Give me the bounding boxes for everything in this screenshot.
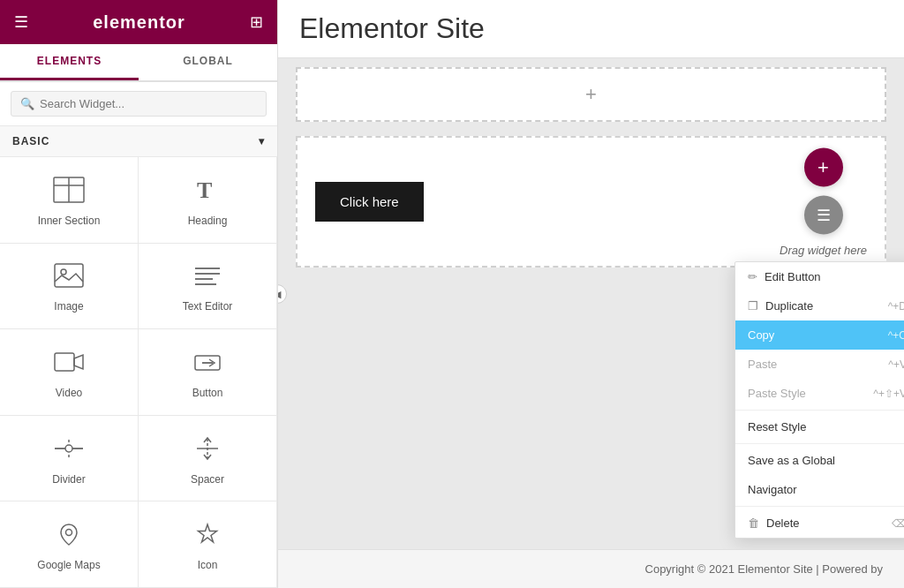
- menu-delete-label: Delete: [766, 516, 800, 530]
- widget-heading-label: Heading: [188, 215, 228, 227]
- widget-icon[interactable]: Icon: [139, 501, 277, 588]
- tab-elements[interactable]: ELEMENTS: [0, 44, 139, 80]
- menu-duplicate-shortcut: ^+D: [888, 300, 904, 313]
- menu-navigator-label: Navigator: [748, 483, 797, 496]
- menu-paste-style-label: Paste Style: [748, 387, 806, 400]
- google-maps-icon: [53, 521, 85, 552]
- search-icon: 🔍: [20, 97, 34, 110]
- button-icon: [192, 349, 223, 380]
- widget-image-label: Image: [54, 300, 83, 313]
- menu-item-navigator[interactable]: Navigator: [735, 475, 904, 504]
- svg-rect-4: [55, 264, 83, 287]
- menu-paste-style-shortcut: ^+⇧+V: [873, 388, 904, 400]
- menu-save-global-label: Save as a Global: [748, 454, 835, 467]
- menu-item-paste-style[interactable]: Paste Style ^+⇧+V: [735, 379, 904, 408]
- sidebar-logo: elementor: [93, 12, 185, 33]
- main-content: Elementor Site + Click here ✏ Edit Butto…: [278, 0, 904, 588]
- context-menu: ✏ Edit Button ❐ Duplicate ^+D Copy ^+C: [734, 261, 904, 539]
- plus-fab-icon: +: [817, 155, 829, 178]
- search-input[interactable]: [40, 97, 257, 110]
- svg-text:T: T: [197, 177, 212, 203]
- spacer-icon: [192, 435, 223, 466]
- nav-fab-icon: ☰: [817, 205, 831, 224]
- widget-spacer-label: Spacer: [191, 473, 224, 486]
- widget-google-maps[interactable]: Google Maps: [0, 501, 139, 588]
- widget-video[interactable]: Video: [0, 329, 139, 416]
- icon-widget-icon: [192, 521, 223, 552]
- widget-button-label: Button: [192, 387, 223, 399]
- footer-text: Copyright © 2021 Elementor Site | Powere…: [645, 562, 883, 576]
- menu-item-paste[interactable]: Paste ^+V: [735, 350, 904, 379]
- search-bar: 🔍: [0, 82, 277, 126]
- widget-inner-section[interactable]: Inner Section: [0, 157, 139, 244]
- menu-paste-label: Paste: [748, 358, 777, 371]
- trash-icon: 🗑: [748, 516, 759, 530]
- inner-section-icon: [53, 177, 85, 207]
- chevron-down-icon[interactable]: ▾: [259, 135, 265, 147]
- widget-inner-section-label: Inner Section: [38, 215, 101, 227]
- menu-reset-style-label: Reset Style: [748, 420, 806, 433]
- menu-item-copy[interactable]: Copy ^+C: [735, 320, 904, 350]
- page-title: Elementor Site: [299, 12, 883, 45]
- menu-divider-2: [735, 443, 904, 444]
- fab-nav-button[interactable]: ☰: [804, 195, 843, 234]
- widget-image[interactable]: Image: [0, 244, 139, 330]
- hamburger-icon[interactable]: ☰: [14, 12, 28, 32]
- widget-text-editor-label: Text Editor: [183, 300, 233, 313]
- divider-icon: [53, 435, 85, 466]
- image-icon: [53, 262, 85, 293]
- menu-item-reset-style[interactable]: Reset Style: [735, 412, 904, 441]
- svg-point-5: [61, 269, 66, 275]
- duplicate-icon: ❐: [748, 299, 758, 313]
- tab-global[interactable]: GLOBAL: [139, 44, 277, 80]
- menu-divider-3: [735, 506, 904, 507]
- text-editor-icon: [192, 262, 223, 293]
- widget-icon-label: Icon: [198, 559, 218, 571]
- canvas-area: + Click here ✏ Edit Button ❐ Duplicate: [278, 58, 904, 549]
- footer-bar: Copyright © 2021 Elementor Site | Powere…: [278, 549, 904, 588]
- drag-area: + ☰ Drag widget here: [780, 147, 867, 256]
- section-basic-header: BASIC ▾: [0, 126, 277, 157]
- add-row-button[interactable]: +: [296, 67, 886, 122]
- menu-item-duplicate[interactable]: ❐ Duplicate ^+D: [735, 291, 904, 320]
- drag-widget-label: Drag widget here: [780, 243, 867, 256]
- heading-icon: T: [192, 177, 223, 207]
- click-here-button[interactable]: Click here: [315, 182, 424, 222]
- svg-rect-10: [55, 353, 74, 371]
- menu-edit-label: Edit Button: [765, 270, 821, 283]
- widget-divider-label: Divider: [52, 473, 85, 486]
- menu-item-edit-button[interactable]: ✏ Edit Button: [735, 262, 904, 291]
- menu-item-delete[interactable]: 🗑 Delete ⌫: [735, 509, 904, 538]
- sidebar-header: ☰ elementor ⊞: [0, 0, 277, 44]
- svg-point-15: [65, 445, 72, 452]
- widget-video-label: Video: [56, 387, 82, 399]
- canvas-row: Click here ✏ Edit Button ❐ Duplicate ^+D: [296, 136, 886, 268]
- menu-copy-shortcut: ^+C: [888, 329, 904, 342]
- widget-heading[interactable]: T Heading: [139, 157, 277, 244]
- menu-item-save-as-global[interactable]: Save as a Global: [735, 446, 904, 475]
- widget-text-editor[interactable]: Text Editor: [139, 244, 277, 330]
- sidebar: ☰ elementor ⊞ ELEMENTS GLOBAL 🔍 BASIC ▾: [0, 0, 278, 588]
- video-icon: [53, 349, 85, 380]
- sidebar-tabs: ELEMENTS GLOBAL: [0, 44, 277, 82]
- plus-icon: +: [585, 83, 597, 106]
- section-basic-label: BASIC: [12, 135, 49, 147]
- widget-spacer[interactable]: Spacer: [139, 416, 277, 502]
- svg-point-20: [66, 530, 72, 536]
- menu-paste-shortcut: ^+V: [888, 358, 904, 371]
- widgets-grid: Inner Section T Heading Image: [0, 157, 277, 588]
- menu-copy-label: Copy: [748, 328, 774, 342]
- main-top-bar: Elementor Site: [278, 0, 904, 58]
- fab-add-button[interactable]: +: [804, 147, 843, 186]
- edit-icon: ✏: [748, 270, 757, 283]
- menu-divider-1: [735, 410, 904, 411]
- search-input-wrap: 🔍: [11, 91, 267, 117]
- widget-button[interactable]: Button: [139, 329, 277, 416]
- menu-duplicate-label: Duplicate: [765, 299, 813, 313]
- menu-delete-shortcut: ⌫: [892, 517, 904, 530]
- collapse-icon: ◀: [278, 289, 281, 300]
- widget-divider[interactable]: Divider: [0, 416, 139, 502]
- widget-google-maps-label: Google Maps: [37, 559, 100, 571]
- grid-icon[interactable]: ⊞: [250, 12, 263, 32]
